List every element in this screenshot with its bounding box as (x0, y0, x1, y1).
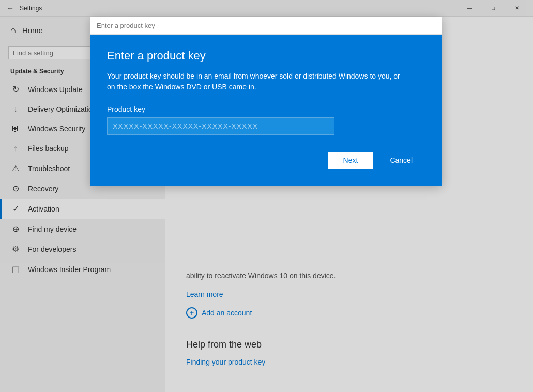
cancel-button[interactable]: Cancel (377, 152, 425, 169)
dialog-body: Enter a product key Your product key sho… (90, 35, 442, 186)
product-key-field-label: Product key (107, 105, 425, 113)
next-button[interactable]: Next (328, 152, 373, 169)
product-key-dialog: Enter a product key Your product key sho… (90, 17, 442, 186)
dialog-buttons: Next Cancel (107, 152, 425, 169)
dialog-top-input[interactable] (97, 22, 436, 29)
dialog-overlay: Enter a product key Your product key sho… (0, 0, 533, 392)
dialog-title: Enter a product key (107, 49, 425, 63)
dialog-desc: Your product key should be in an email f… (107, 71, 407, 93)
product-key-input[interactable] (107, 117, 334, 135)
dialog-top-input-row (90, 17, 442, 35)
